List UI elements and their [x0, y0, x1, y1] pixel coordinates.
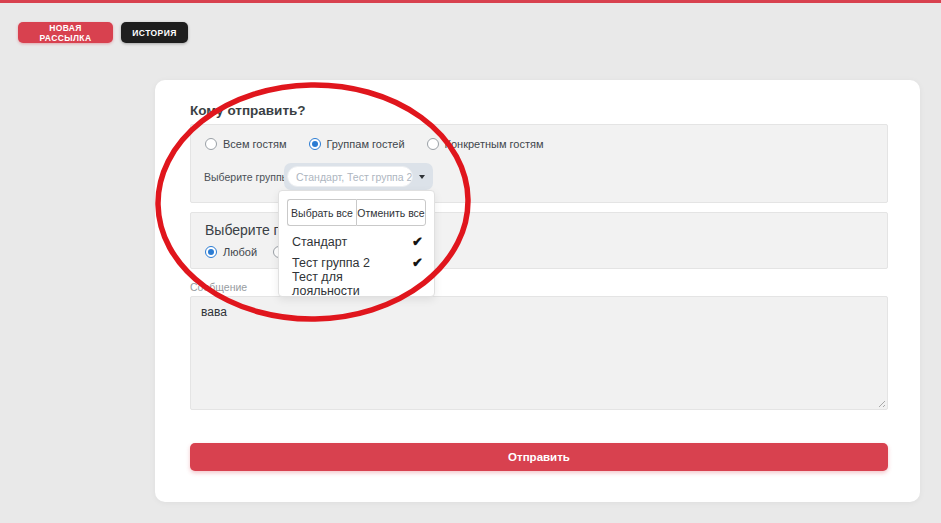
radio-label: Группам гостей [327, 138, 405, 150]
dropdown-option-standart[interactable]: Стандарт ✔ [279, 231, 434, 252]
radio-guest-groups[interactable]: Группам гостей [309, 138, 405, 150]
deselect-all-button[interactable]: Отменить все [356, 199, 426, 226]
radio-label: Конкретным гостям [445, 138, 544, 150]
option-label: Тест для лояльности [292, 270, 412, 298]
top-accent-line [0, 0, 941, 3]
check-icon: ✔ [412, 256, 423, 269]
message-label: Сообщение [190, 281, 247, 293]
option-label: Тест группа 2 [292, 256, 370, 270]
radio-circle-checked-icon[interactable] [309, 138, 321, 150]
check-icon: ✔ [412, 235, 423, 248]
mailing-page: НОВАЯ РАССЫЛКА ИСТОРИЯ Кому отправить? В… [0, 0, 941, 523]
radio-circle-icon[interactable] [427, 138, 439, 150]
radio-circle-icon[interactable] [205, 138, 217, 150]
message-text: вава [201, 305, 227, 319]
groups-select[interactable]: Стандарт, Тест группа 2 [284, 163, 433, 190]
history-button[interactable]: ИСТОРИЯ [121, 22, 188, 43]
send-button[interactable]: Отправить [190, 443, 888, 471]
radio-any-gender[interactable]: Любой [205, 246, 257, 258]
radio-label: Любой [223, 246, 257, 258]
radio-circle-checked-icon[interactable] [205, 246, 217, 258]
caret-down-icon[interactable] [419, 175, 425, 179]
groups-dropdown: Выбрать все Отменить все Стандарт ✔ Тест… [278, 190, 435, 297]
form-title: Кому отправить? [190, 103, 306, 118]
new-mailing-button[interactable]: НОВАЯ РАССЫЛКА [18, 22, 113, 43]
option-label: Стандарт [292, 235, 347, 249]
radio-label: Всем гостям [223, 138, 287, 150]
dropdown-actions: Выбрать все Отменить все [287, 199, 426, 226]
recipient-radio-group: Всем гостям Группам гостей Конкретным го… [205, 138, 543, 150]
message-textarea[interactable]: вава [190, 296, 888, 410]
resize-handle-icon[interactable] [876, 398, 885, 407]
radio-all-guests[interactable]: Всем гостям [205, 138, 287, 150]
select-all-button[interactable]: Выбрать все [287, 199, 356, 226]
groups-select-value[interactable]: Стандарт, Тест группа 2 [287, 166, 413, 187]
group-select-label: Выберите группы [204, 171, 268, 183]
radio-specific-guests[interactable]: Конкретным гостям [427, 138, 544, 150]
dropdown-option-loyalty-test[interactable]: Тест для лояльности ✔ [279, 273, 434, 294]
